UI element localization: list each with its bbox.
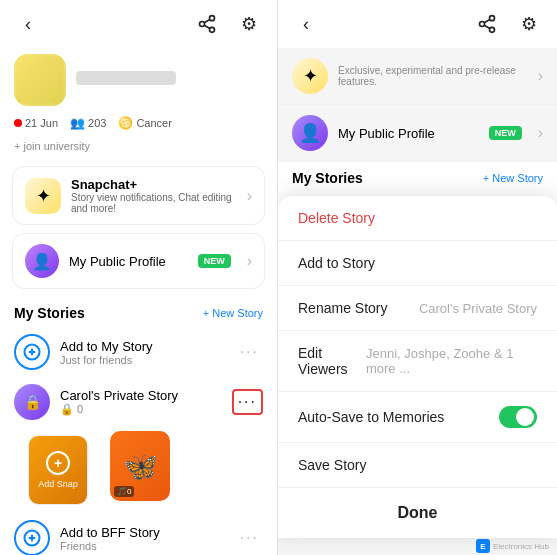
svg-point-12 [480, 22, 485, 27]
right-pp-title: My Public Profile [338, 126, 479, 141]
right-pp-text: My Public Profile [338, 126, 479, 141]
profile-name-area [76, 71, 263, 89]
left-panel: ‹ ⚙ 21 Jun 👥 203 ♋ [0, 0, 278, 555]
snapplus-icon: ✦ [25, 178, 61, 214]
context-edit-viewers-value: Jenni, Joshpe, Zoohe & 1 more ... [366, 346, 537, 376]
watermark: E Electronics Hub [476, 539, 549, 553]
context-edit-viewers-label: Edit Viewers [298, 345, 366, 377]
svg-point-2 [210, 27, 215, 32]
right-snapplus-icon: ✦ [292, 58, 328, 94]
right-pp-icon: 👤 [292, 115, 328, 151]
right-snapplus-chevron: › [538, 67, 543, 85]
right-new-story-btn[interactable]: + New Story [483, 172, 543, 184]
add-snap-area: + Add Snap 🦋 🎵0 [0, 427, 277, 513]
story-more-icon[interactable]: ··· [236, 339, 263, 365]
carol-avatar: 🔒 [14, 384, 50, 420]
context-autosave-label: Auto-Save to Memories [298, 409, 444, 425]
add-snap-label: Add Snap [38, 479, 78, 489]
right-pp-chevron: › [538, 124, 543, 142]
profile-section [0, 48, 277, 116]
story-thumbnail: 🦋 🎵0 [110, 431, 170, 501]
add-snap-plus-icon: + [46, 451, 70, 475]
new-story-button[interactable]: + New Story [203, 307, 263, 319]
play-count: 🎵0 [114, 486, 134, 497]
right-gear-icon[interactable]: ⚙ [515, 10, 543, 38]
meta-date: 21 Jun [14, 117, 58, 129]
right-share-icon[interactable] [473, 10, 501, 38]
left-header: ‹ ⚙ [0, 0, 277, 48]
carol-story-name: Carol's Private Story [60, 388, 222, 403]
context-rename-label: Rename Story [298, 300, 387, 316]
right-new-badge: NEW [489, 126, 522, 140]
carol-story-text: Carol's Private Story 🔒 0 [60, 388, 222, 416]
birthday-icon [14, 119, 22, 127]
context-delete-story[interactable]: Delete Story [278, 196, 557, 241]
context-edit-viewers[interactable]: Edit Viewers Jenni, Joshpe, Zoohe & 1 mo… [278, 331, 557, 392]
bff-story-name: Add to BFF Story [60, 525, 226, 540]
context-rename-value: Carol's Private Story [419, 301, 537, 316]
svg-line-15 [484, 19, 490, 22]
right-snapplus-text: Exclusive, experimental and pre-release … [338, 65, 528, 87]
carols-private-story-item[interactable]: 🔒 Carol's Private Story 🔒 0 ··· [0, 377, 277, 427]
share-icon[interactable] [193, 10, 221, 38]
chevron-right-icon: › [247, 252, 252, 270]
done-button[interactable]: Done [278, 488, 557, 538]
right-stories-header: My Stories + New Story [278, 162, 557, 192]
story-sub: Just for friends [60, 354, 226, 366]
svg-line-4 [204, 19, 210, 22]
story-name: Add to My Story [60, 339, 226, 354]
stories-section-header: My Stories + New Story [0, 301, 277, 327]
snapplus-title: Snapchat+ [71, 177, 237, 192]
context-save-label: Save Story [298, 457, 366, 473]
add-to-my-story-text: Add to My Story Just for friends [60, 339, 226, 366]
add-to-bff-story-item[interactable]: Add to BFF Story Friends ··· [0, 513, 277, 555]
meta-friends: 👥 203 [70, 116, 106, 130]
pp-title: My Public Profile [69, 254, 188, 269]
chevron-right-icon: › [247, 187, 252, 205]
right-snapplus-item[interactable]: ✦ Exclusive, experimental and pre-releas… [278, 48, 557, 105]
autosave-toggle[interactable] [499, 406, 537, 428]
context-rename-story[interactable]: Rename Story Carol's Private Story [278, 286, 557, 331]
svg-point-0 [210, 16, 215, 21]
left-header-icons: ⚙ [193, 10, 263, 38]
watermark-logo: E [476, 539, 490, 553]
profile-meta: 21 Jun 👥 203 ♋ Cancer [0, 116, 277, 138]
join-university-link[interactable]: + join university [0, 138, 277, 162]
svg-point-13 [490, 27, 495, 32]
bff-story-text: Add to BFF Story Friends [60, 525, 226, 552]
svg-line-14 [484, 25, 490, 28]
avatar [14, 54, 66, 106]
right-header-icons: ⚙ [473, 10, 543, 38]
pp-avatar: 👤 [25, 244, 59, 278]
context-menu: Delete Story Add to Story Rename Story C… [278, 196, 557, 538]
right-back-icon[interactable]: ‹ [292, 10, 320, 38]
bff-more-icon[interactable]: ··· [236, 525, 263, 551]
carol-more-icon[interactable]: ··· [232, 389, 263, 415]
toggle-knob [516, 408, 534, 426]
context-autosave[interactable]: Auto-Save to Memories [278, 392, 557, 443]
bff-story-icon [14, 520, 50, 555]
gear-icon[interactable]: ⚙ [235, 10, 263, 38]
snapplus-text: Snapchat+ Story view notifications, Chat… [71, 177, 237, 214]
right-header: ‹ ⚙ [278, 0, 557, 48]
snapplus-card[interactable]: ✦ Snapchat+ Story view notifications, Ch… [12, 166, 265, 225]
add-to-my-story-icon [14, 334, 50, 370]
bff-story-sub: Friends [60, 540, 226, 552]
profile-name-blur [76, 71, 176, 85]
snapplus-subtitle: Story view notifications, Chat editing a… [71, 192, 237, 214]
svg-point-11 [490, 16, 495, 21]
back-icon[interactable]: ‹ [14, 10, 42, 38]
right-panel: ‹ ⚙ ✦ Exclusive, experimental and pre-re… [278, 0, 557, 555]
public-profile-card[interactable]: 👤 My Public Profile NEW › [12, 233, 265, 289]
svg-line-3 [204, 25, 210, 28]
add-snap-button[interactable]: + Add Snap [28, 435, 88, 505]
add-to-my-story-item[interactable]: Add to My Story Just for friends ··· [0, 327, 277, 377]
context-save-story[interactable]: Save Story [278, 443, 557, 488]
right-stories-title: My Stories [292, 170, 363, 186]
right-public-profile-item[interactable]: 👤 My Public Profile NEW › [278, 105, 557, 162]
context-delete-label: Delete Story [298, 210, 375, 226]
new-badge: NEW [198, 254, 231, 268]
stories-section-title: My Stories [14, 305, 85, 321]
meta-sign: ♋ Cancer [118, 116, 171, 130]
context-add-to-story[interactable]: Add to Story [278, 241, 557, 286]
